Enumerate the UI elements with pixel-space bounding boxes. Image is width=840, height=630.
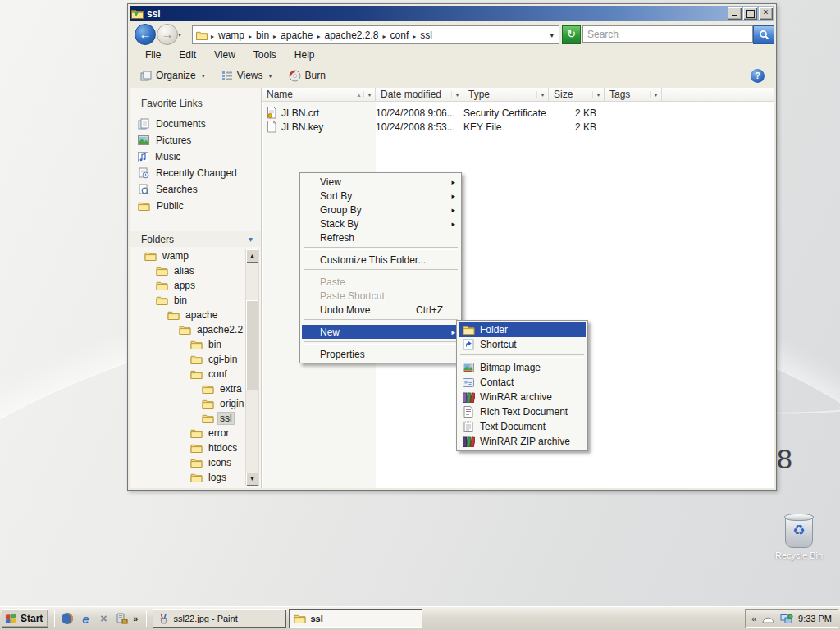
- tree-item-conf[interactable]: conf: [130, 367, 244, 381]
- refresh-button[interactable]: ↻: [562, 25, 581, 44]
- start-button[interactable]: Start: [2, 609, 48, 628]
- file-row-jlbn-crt[interactable]: JLBN.crt10/24/2008 9:06...Security Certi…: [262, 106, 774, 120]
- menu-tools[interactable]: Tools: [244, 48, 285, 62]
- column-dropdown-icon[interactable]: ▾: [363, 91, 375, 98]
- scroll-up-icon[interactable]: ▲: [246, 249, 258, 262]
- tree-scrollbar[interactable]: ▲ ▼: [245, 249, 259, 486]
- context-menu-item-paste[interactable]: Paste: [302, 275, 459, 289]
- organize-button[interactable]: Organize ▾: [135, 66, 211, 84]
- close-button[interactable]: ✕: [759, 7, 773, 20]
- sidebar-item-pictures[interactable]: Pictures: [130, 132, 261, 148]
- internet-explorer-icon[interactable]: e: [76, 610, 94, 627]
- breadcrumb[interactable]: ▸wamp▸bin▸apache▸apache2.2.8▸conf▸ssl ▾: [192, 25, 559, 44]
- submenu-item-folder[interactable]: Folder: [459, 322, 586, 337]
- breadcrumb-ssl[interactable]: ssl: [419, 30, 433, 41]
- taskbar-task-ssl22-jpg-paint[interactable]: ssl22.jpg - Paint: [153, 609, 286, 628]
- file-row-jlbn-key[interactable]: JLBN.key10/24/2008 8:53...KEY File2 KB: [262, 120, 774, 134]
- tree-item-htdocs[interactable]: htdocs: [130, 441, 244, 455]
- back-button[interactable]: ←: [135, 24, 156, 45]
- tree-item-error[interactable]: error: [130, 426, 244, 441]
- network-icon[interactable]: [780, 614, 793, 624]
- tree-item-logs[interactable]: logs: [130, 470, 244, 485]
- column-header-size[interactable]: Size▾: [549, 88, 605, 102]
- breadcrumb-bin[interactable]: bin: [255, 30, 270, 41]
- tree-item-original[interactable]: original: [130, 396, 244, 411]
- menu-file[interactable]: File: [136, 48, 170, 62]
- column-dropdown-icon[interactable]: ▾: [451, 91, 463, 98]
- submenu-item-winrar-zip-archive[interactable]: WinRAR ZIP archive: [459, 434, 586, 449]
- folders-band[interactable]: Folders ▾: [130, 231, 261, 247]
- column-dropdown-icon[interactable]: ▾: [650, 91, 661, 98]
- column-dropdown-icon[interactable]: ▾: [592, 91, 604, 98]
- context-menu-item-properties[interactable]: Properties: [302, 347, 459, 361]
- breadcrumb-arrow-icon[interactable]: ▸: [317, 33, 320, 40]
- column-header-name[interactable]: Name▲▾: [262, 88, 376, 102]
- context-menu-item-refresh[interactable]: Refresh: [302, 231, 459, 244]
- context-menu-item-undo-move[interactable]: Undo MoveCtrl+Z: [302, 303, 459, 317]
- menu-edit[interactable]: Edit: [170, 48, 205, 62]
- breadcrumb-arrow-icon[interactable]: ▸: [413, 33, 416, 40]
- tree-item-apps[interactable]: apps: [130, 278, 244, 293]
- tree-item-extra[interactable]: extra: [130, 381, 244, 396]
- tree-item-wamp[interactable]: wamp: [130, 249, 244, 263]
- maximize-button[interactable]: [743, 7, 757, 20]
- menu-help[interactable]: Help: [285, 48, 324, 62]
- column-header-type[interactable]: Type▾: [463, 88, 549, 102]
- chevron-down-icon[interactable]: ▾: [249, 235, 253, 244]
- tree-item-icons[interactable]: icons: [130, 455, 244, 470]
- burn-button[interactable]: Burn: [283, 66, 331, 85]
- column-header-date-modified[interactable]: Date modified▾: [376, 88, 463, 102]
- minimize-button[interactable]: [728, 7, 742, 20]
- history-dropdown-icon[interactable]: ▾: [178, 31, 181, 39]
- sidebar-item-music[interactable]: Music: [130, 148, 261, 165]
- context-menu-item-group-by[interactable]: Group By▸: [302, 203, 459, 217]
- address-dropdown-icon[interactable]: ▾: [550, 31, 554, 39]
- menu-view[interactable]: View: [205, 48, 244, 62]
- tree-item-bin[interactable]: bin: [130, 337, 244, 352]
- breadcrumb-arrow-icon[interactable]: ▸: [273, 33, 276, 40]
- submenu-item-contact[interactable]: Contact: [459, 375, 586, 390]
- breadcrumb-apache2-2-8[interactable]: apache2.2.8: [323, 30, 379, 41]
- help-icon[interactable]: ?: [751, 69, 765, 83]
- tree-item-ssl[interactable]: ssl: [130, 411, 244, 426]
- sidebar-item-documents[interactable]: Documents: [130, 116, 261, 132]
- context-menu-item-view[interactable]: View▸: [302, 175, 459, 189]
- context-menu-item-customize-this-folder[interactable]: Customize This Folder...: [302, 253, 459, 267]
- search-input[interactable]: [583, 27, 760, 43]
- submenu-item-text-document[interactable]: Text Document: [459, 419, 586, 434]
- context-menu-item-stack-by[interactable]: Stack By▸: [302, 217, 459, 231]
- tree-item-apache[interactable]: apache: [130, 308, 244, 322]
- tree-item-bin[interactable]: bin: [130, 293, 244, 308]
- scroll-down-icon[interactable]: ▼: [246, 472, 258, 486]
- firefox-icon[interactable]: [58, 610, 76, 627]
- tree-item-apache2-2-8[interactable]: apache2.2.8: [130, 322, 244, 337]
- tray-collapse-icon[interactable]: «: [751, 614, 756, 623]
- recycle-bin[interactable]: ♻ Recycle Bin: [772, 515, 826, 560]
- context-menu-item-sort-by[interactable]: Sort By▸: [302, 189, 459, 203]
- title-bar[interactable]: ssl ✕: [130, 6, 774, 21]
- recycle-bin-icon[interactable]: ♻: [785, 515, 813, 548]
- views-button[interactable]: Views ▾: [216, 66, 278, 84]
- context-menu-item-paste-shortcut[interactable]: Paste Shortcut: [302, 289, 459, 303]
- scrollbar-thumb[interactable]: [246, 300, 258, 390]
- sidebar-item-searches[interactable]: Searches: [130, 181, 261, 198]
- forward-button[interactable]: →: [157, 24, 178, 45]
- submenu-item-winrar-archive[interactable]: WinRAR archive: [459, 390, 586, 404]
- column-dropdown-icon[interactable]: ▾: [536, 91, 548, 98]
- server-lock-icon[interactable]: [112, 610, 130, 627]
- submenu-item-rich-text-document[interactable]: Rich Text Document: [459, 404, 586, 419]
- tree-item-alias[interactable]: alias: [130, 263, 244, 278]
- sidebar-item-recently-changed[interactable]: Recently Changed: [130, 165, 261, 181]
- sidebar-item-public[interactable]: Public: [130, 198, 261, 214]
- tray-dome-icon[interactable]: [761, 614, 775, 623]
- breadcrumb-arrow-icon[interactable]: ▸: [383, 33, 386, 40]
- search-button[interactable]: [753, 25, 774, 44]
- breadcrumb-arrow-icon[interactable]: ▸: [211, 33, 214, 40]
- breadcrumb-wamp[interactable]: wamp: [217, 30, 245, 41]
- submenu-item-bitmap-image[interactable]: Bitmap Image: [459, 360, 586, 375]
- context-menu-item-new[interactable]: New▸: [302, 325, 459, 339]
- tree-item-cgi-bin[interactable]: cgi-bin: [130, 352, 244, 367]
- submenu-item-shortcut[interactable]: Shortcut: [459, 337, 586, 352]
- breadcrumb-arrow-icon[interactable]: ▸: [249, 33, 252, 40]
- quick-launch-overflow-icon[interactable]: »: [133, 614, 138, 623]
